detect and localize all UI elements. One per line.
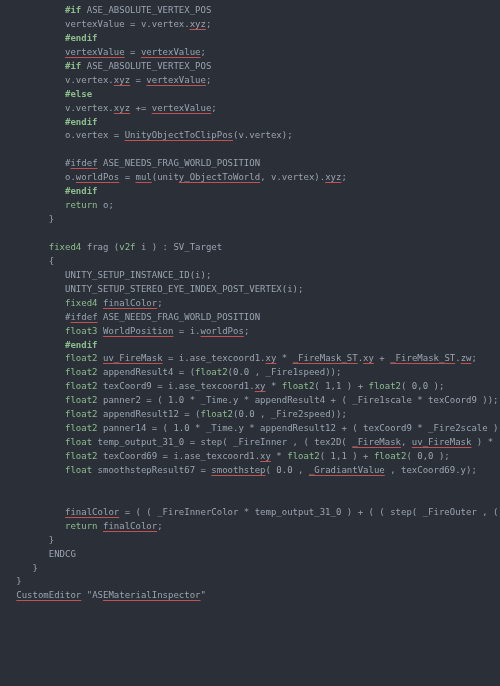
code-block: #if ASE_ABSOLUTE_VERTEX_POS vertexValue … [0,0,500,607]
